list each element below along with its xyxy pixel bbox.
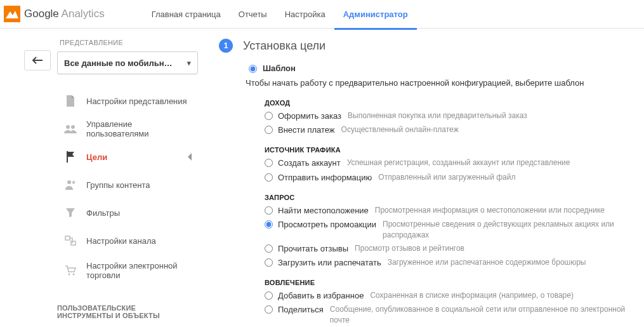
top-nav: Главная страница Отчеты Настройка Админи… — [143, 0, 417, 28]
goal-radio[interactable] — [265, 258, 273, 267]
person-star-icon — [63, 178, 77, 192]
goal-hint: Выполненная покупка или предварительный … — [348, 110, 527, 121]
back-button[interactable] — [24, 50, 51, 70]
svg-point-2 — [71, 125, 75, 129]
page-icon — [63, 94, 77, 108]
sidebar-item-user-mgmt[interactable]: Управление пользователями — [57, 115, 190, 143]
section-label: ПРЕДСТАВЛЕНИЕ — [60, 39, 194, 46]
svg-point-1 — [66, 125, 70, 129]
goal-name: Отправить информацию — [278, 172, 372, 184]
template-label: Шаблон — [263, 63, 296, 73]
svg-rect-3 — [67, 151, 68, 163]
nav-reports[interactable]: Отчеты — [230, 0, 276, 30]
goal-name: Поделиться — [278, 304, 324, 316]
app-header: Google Analytics Главная страница Отчеты… — [0, 0, 644, 29]
goal-option[interactable]: Создать аккаунтУспешная регистрация, соз… — [265, 157, 644, 169]
svg-rect-6 — [71, 241, 76, 245]
goal-option[interactable]: Найти местоположениеПросмотренная информ… — [265, 205, 644, 217]
goal-radio[interactable] — [265, 126, 273, 134]
logo-text: Google Analytics — [24, 8, 105, 20]
template-desc: Чтобы начать работу с предварительно нас… — [246, 78, 644, 88]
goal-radio[interactable] — [265, 112, 273, 120]
group-title: ЗАПРОС — [265, 194, 644, 201]
sidebar: ПРЕДСТАВЛЕНИЕ Все данные по мобильн… ▾ Н… — [0, 29, 194, 327]
goal-name: Создать аккаунт — [278, 157, 341, 169]
goal-option[interactable]: Отправить информациюОтправленный или заг… — [265, 172, 644, 184]
goal-option[interactable]: Загрузить или распечататьЗагруженное или… — [265, 257, 644, 269]
group-title: ДОХОД — [265, 99, 644, 107]
step-title: Установка цели — [243, 39, 325, 53]
goal-option[interactable]: ПоделитьсяСообщение, опубликованное в со… — [265, 304, 644, 326]
goal-name: Загрузить или распечатать — [278, 257, 381, 269]
sidebar-item-ecommerce[interactable]: Настройки электронной торговли — [57, 255, 190, 286]
goal-radio[interactable] — [265, 159, 273, 167]
goal-radio[interactable] — [265, 220, 273, 229]
goal-option[interactable]: Внести платежОсуществленный онлайн-плате… — [265, 124, 644, 136]
group-title: ВОВЛЕЧЕНИЕ — [265, 279, 644, 286]
goal-hint: Просмотренные сведения о действующих рек… — [383, 219, 644, 241]
sidebar-footer-label: ПОЛЬЗОВАТЕЛЬСКИЕ ИНСТРУМЕНТЫ И ОБЪЕКТЫ — [57, 304, 184, 319]
goal-option[interactable]: Оформить заказВыполненная покупка или пр… — [265, 110, 644, 122]
main-content: 1 Установка цели Шаблон Чтобы начать раб… — [194, 29, 644, 327]
goal-hint: Отправленный или загруженный файл — [378, 172, 515, 183]
svg-point-4 — [67, 180, 71, 184]
goal-name: Оформить заказ — [278, 110, 341, 122]
nav-admin[interactable]: Администратор — [334, 0, 417, 30]
goal-hint: Просмотр отзывов и рейтингов — [355, 243, 464, 254]
side-nav: Настройки представления Управление польз… — [57, 87, 190, 286]
goal-hint: Успешная регистрация, созданный аккаунт … — [347, 157, 570, 168]
goal-hint: Просмотренная информация о местоположени… — [375, 205, 605, 216]
goal-radio[interactable] — [265, 305, 273, 314]
chevron-down-icon: ▾ — [187, 59, 191, 67]
svg-rect-0 — [4, 6, 20, 22]
sidebar-item-filters[interactable]: Фильтры — [57, 199, 190, 227]
goal-hint: Сообщение, опубликованное в социальной с… — [330, 304, 644, 326]
template-radio[interactable] — [249, 65, 257, 73]
goal-option[interactable]: Просмотреть промоакцииПросмотренные свед… — [265, 219, 644, 241]
view-value: Все данные по мобильн… — [64, 58, 173, 68]
goal-option[interactable]: Добавить в избранноеСохраненная в списке… — [265, 290, 644, 302]
goal-hint: Сохраненная в списке информация (наприме… — [370, 290, 574, 301]
goal-group: ВОВЛЕЧЕНИЕДобавить в избранноеСохраненна… — [265, 279, 644, 327]
group-title: ИСТОЧНИК ТРАФИКА — [265, 146, 644, 154]
goal-name: Найти местоположение — [278, 205, 369, 217]
goal-name: Просмотреть промоакции — [278, 219, 376, 230]
goal-hint: Загруженное или распечатанное содержимое… — [388, 257, 586, 268]
goal-radio[interactable] — [265, 206, 273, 215]
channel-icon — [63, 234, 77, 248]
goal-option[interactable]: Прочитать отзывыПросмотр отзывов и рейти… — [265, 243, 644, 255]
users-icon — [63, 122, 77, 136]
step-badge: 1 — [219, 39, 233, 53]
sidebar-item-goals[interactable]: Цели — [57, 143, 190, 171]
goal-radio[interactable] — [265, 244, 273, 253]
cart-icon — [63, 264, 77, 277]
goal-name: Прочитать отзывы — [278, 243, 348, 255]
sidebar-item-channel[interactable]: Настройки канала — [57, 227, 190, 255]
sidebar-item-content-groups[interactable]: Группы контента — [57, 171, 190, 199]
view-select[interactable]: Все данные по мобильн… ▾ — [57, 51, 198, 74]
svg-point-8 — [73, 274, 75, 276]
funnel-icon — [63, 206, 77, 220]
goal-group: ДОХОДОформить заказВыполненная покупка и… — [265, 99, 644, 136]
svg-rect-5 — [65, 236, 70, 240]
svg-point-7 — [69, 274, 70, 276]
sidebar-item-view-settings[interactable]: Настройки представления — [57, 87, 190, 115]
goal-name: Добавить в избранное — [278, 290, 364, 302]
goal-group: ИСТОЧНИК ТРАФИКАСоздать аккаунтУспешная … — [265, 146, 644, 183]
goal-radio[interactable] — [265, 173, 273, 182]
nav-home[interactable]: Главная страница — [143, 0, 230, 30]
logo-icon — [4, 6, 20, 22]
goal-hint: Осуществленный онлайн-платеж — [341, 124, 459, 135]
goal-name: Внести платеж — [278, 124, 335, 136]
goal-group: ЗАПРОСНайти местоположениеПросмотренная … — [265, 194, 644, 269]
nav-config[interactable]: Настройка — [276, 0, 334, 30]
goal-radio[interactable] — [265, 291, 273, 300]
flag-icon — [63, 150, 77, 164]
